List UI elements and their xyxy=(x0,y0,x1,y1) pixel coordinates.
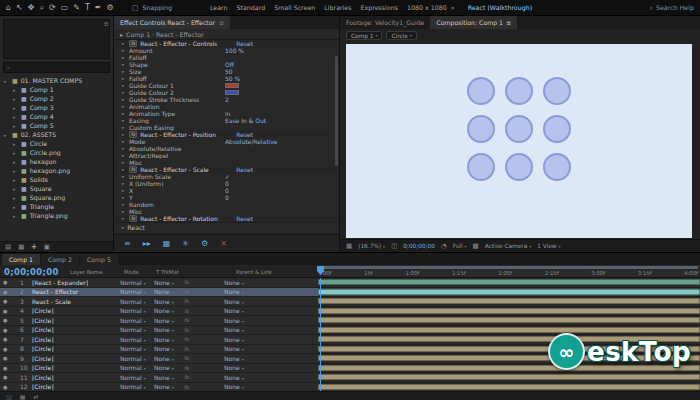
tool-icon[interactable]: ✎ xyxy=(73,4,80,12)
layer-name[interactable]: [Circle] xyxy=(32,355,120,362)
trkmat-select[interactable]: None xyxy=(154,383,184,390)
twirl-icon[interactable]: ▸ xyxy=(122,69,129,74)
tool-icon[interactable]: ⟳ xyxy=(49,4,56,12)
effect-property-row[interactable]: ▸ fx Random xyxy=(114,201,339,208)
visibility-toggle-icon[interactable]: ● xyxy=(0,298,20,304)
project-item[interactable]: ▸ ■ Triangle.png xyxy=(0,211,113,220)
effect-property-row[interactable]: ▸ fx X 0 xyxy=(114,187,339,194)
project-item[interactable]: ▸ ■ hexagon.png xyxy=(0,166,113,175)
twirl-icon[interactable]: ▸ xyxy=(13,96,18,102)
twirl-icon[interactable]: ▸ xyxy=(13,204,18,210)
timeline-footer-icon[interactable]: ◲ xyxy=(6,393,12,400)
layer-switches-icon[interactable]: fx xyxy=(184,308,224,314)
parent-link-select[interactable]: None xyxy=(224,336,274,343)
blend-mode-select[interactable]: Normal xyxy=(120,288,154,295)
blend-mode-select[interactable]: Normal xyxy=(120,298,154,305)
blend-mode-select[interactable]: Normal xyxy=(120,345,154,352)
layer-name[interactable]: [Circle] xyxy=(32,345,120,352)
search-help[interactable]: ⌕ Search Help xyxy=(649,4,694,12)
channels-icon[interactable]: ◔ xyxy=(441,242,447,250)
tool-icon[interactable]: T xyxy=(85,4,90,12)
parent-link-select[interactable]: None xyxy=(224,374,274,381)
blend-mode-select[interactable]: Normal xyxy=(120,326,154,333)
parent-link-select[interactable]: None xyxy=(224,355,274,362)
twirl-icon[interactable]: ▸ xyxy=(122,104,129,109)
breadcrumb-chip[interactable]: Comp 1 xyxy=(346,31,382,40)
camera-select[interactable]: Active Camera xyxy=(485,243,532,249)
parent-link-select[interactable]: None xyxy=(224,317,274,324)
twirl-icon[interactable]: ▸ xyxy=(122,216,129,221)
panel-menu-icon[interactable]: ≡ xyxy=(506,19,511,26)
snapshot-icon[interactable]: ◫ xyxy=(391,242,397,250)
layer-switches-icon[interactable]: fx xyxy=(184,298,224,304)
tool-icon[interactable]: ↖ xyxy=(16,4,23,12)
parent-link-select[interactable]: None xyxy=(224,364,274,371)
viewer-menu-icon[interactable]: ▦ xyxy=(346,242,352,250)
project-item[interactable]: ▸ ■ Solids xyxy=(0,175,113,184)
project-item[interactable]: ▸ ■ hexagon xyxy=(0,157,113,166)
script-toolbar-icon[interactable]: × xyxy=(220,239,227,248)
effect-property-value[interactable]: ✓ xyxy=(225,173,230,180)
blend-mode-select[interactable]: Normal xyxy=(120,355,154,362)
effect-property-value[interactable]: Reset xyxy=(236,40,253,47)
visibility-toggle-icon[interactable]: ● xyxy=(0,317,20,323)
effect-property-row[interactable]: ▸ fx React - Effector - Position Reset xyxy=(114,131,339,138)
twirl-icon[interactable]: ▸ xyxy=(122,202,129,207)
layer-switches-icon[interactable]: fx xyxy=(184,327,224,333)
twirl-icon[interactable]: ▸ xyxy=(122,225,124,230)
track-row[interactable] xyxy=(318,307,700,317)
twirl-icon[interactable]: ▸ xyxy=(4,132,9,138)
view-layout-select[interactable]: 1 View xyxy=(537,243,560,249)
timeline-footer-icon[interactable]: ⇄ xyxy=(33,393,38,400)
layer-row[interactable]: ● 7 [Circle] Normal None fx None xyxy=(0,335,318,345)
effect-property-row[interactable]: ▸ fx Guide Colour 2 xyxy=(114,89,339,96)
layer-row[interactable]: ● 11 [Circle] Normal None fx None xyxy=(0,373,318,383)
effect-property-row[interactable]: ▸ fx Y 0 xyxy=(114,194,339,201)
timeline-navigator-bar[interactable] xyxy=(320,266,698,269)
effect-property-value[interactable]: 0 xyxy=(225,187,229,194)
trkmat-select[interactable]: None xyxy=(154,364,184,371)
twirl-icon[interactable]: ▸ xyxy=(122,160,129,165)
project-item[interactable]: ▸ ■ Comp 3 xyxy=(0,103,113,112)
twirl-icon[interactable]: ▸ xyxy=(122,62,129,67)
workspace-tab[interactable]: 1080 x 1080 xyxy=(407,4,447,11)
time-ruler[interactable]: :00f15f1:00f1:15f2:00f2:15f3:00f3:15f4:0… xyxy=(318,265,700,278)
layer-duration-bar[interactable] xyxy=(318,308,700,314)
effect-property-row[interactable]: ▸ fx Easing Ease In & Out xyxy=(114,117,339,124)
tool-icon[interactable]: ✥ xyxy=(28,4,35,12)
workspace-tab[interactable]: Libraries xyxy=(324,4,351,11)
trkmat-select[interactable]: None xyxy=(154,279,184,286)
layer-row[interactable]: ● 6 [Circle] Normal None fx None xyxy=(0,326,318,336)
tool-icon[interactable]: ⌕ xyxy=(39,4,43,12)
timeline-footer-icon[interactable]: ▦ xyxy=(20,393,26,400)
twirl-icon[interactable]: ▸ xyxy=(122,146,129,151)
zoom-level-select[interactable]: (16.7%) xyxy=(358,243,385,249)
layer-duration-bar[interactable] xyxy=(318,327,700,333)
react-effect-row[interactable]: ▸ React xyxy=(114,222,339,231)
visibility-toggle-icon[interactable]: ● xyxy=(0,327,20,333)
effect-property-row[interactable]: ▸ fx Uniform Scale ✓ xyxy=(114,173,339,180)
transparency-grid-icon[interactable]: ▩ xyxy=(473,242,479,250)
timeline-tab[interactable]: Comp 5 xyxy=(80,254,118,265)
effect-property-row[interactable]: ▸ fx Animation xyxy=(114,103,339,110)
layer-name[interactable]: React - Scale xyxy=(32,298,120,305)
blend-mode-select[interactable]: Normal xyxy=(120,383,154,390)
workspace-tab[interactable]: Expressions xyxy=(361,4,398,11)
visibility-toggle-icon[interactable]: ● xyxy=(0,289,20,295)
column-header-parent[interactable]: Parent & Link xyxy=(236,269,272,275)
twirl-icon[interactable]: ▸ xyxy=(13,159,18,165)
parent-link-select[interactable]: None xyxy=(224,326,274,333)
trkmat-select[interactable]: None xyxy=(154,336,184,343)
twirl-icon[interactable]: ▸ xyxy=(122,174,129,179)
layer-switches-icon[interactable]: fx xyxy=(184,317,224,323)
project-item[interactable]: ▸ ■ Comp 1 xyxy=(0,85,113,94)
column-header-trkmat[interactable]: T TrkMat xyxy=(156,269,179,275)
layer-name[interactable]: React - Effector xyxy=(32,288,120,295)
project-search-input[interactable]: ⌕ xyxy=(3,62,110,73)
trkmat-select[interactable]: None xyxy=(154,326,184,333)
layer-name[interactable]: [Circle] xyxy=(32,317,120,324)
panel-menu-icon[interactable]: ≡ xyxy=(103,20,109,28)
project-item[interactable]: ▸ ■ Square.png xyxy=(0,193,113,202)
effect-property-value[interactable]: 0 xyxy=(225,194,229,201)
effect-property-value[interactable]: 0 xyxy=(225,180,229,187)
